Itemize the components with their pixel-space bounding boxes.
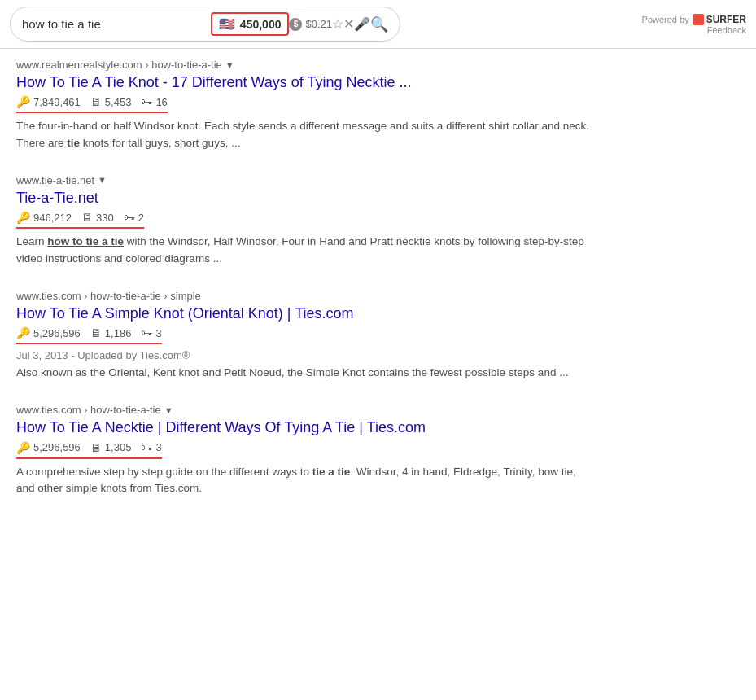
search-button-icon[interactable]: 🔍 — [370, 15, 388, 33]
metrics-row: 🔑 5,296,596 🖥 1,186 🗝 3 — [16, 326, 162, 344]
search-input[interactable] — [22, 17, 211, 31]
result-item: www.ties.com › how-to-tie-a-tie › simple… — [16, 290, 594, 382]
result-url: www.realmenrealstyle.com › how-to-tie-a-… — [16, 59, 594, 71]
volume-count-box[interactable]: 🇺🇸 450,000 — [211, 12, 290, 36]
keywords-metric: 🗝 16 — [141, 95, 167, 108]
result-title[interactable]: How To Tie A Necktie | Different Ways Of… — [16, 418, 594, 437]
cpc-value: $0.21 — [305, 18, 332, 30]
flag-icon: 🇺🇸 — [219, 16, 235, 32]
traffic-icon: 🔑 — [16, 441, 30, 454]
pages-metric: 🖥 5,453 — [90, 95, 132, 108]
keywords-icon: 🗝 — [141, 441, 152, 454]
search-bar: 🇺🇸 450,000 $ $0.21 ☆ ✕ 🎤 🔍 — [10, 7, 400, 42]
mic-icon[interactable]: 🎤 — [354, 16, 370, 32]
keywords-icon: 🗝 — [141, 95, 152, 108]
volume-count: 450,000 — [240, 18, 282, 31]
traffic-metric: 🔑 5,296,596 — [16, 441, 81, 454]
result-snippet: The four-in-hand or half Windsor knot. E… — [16, 118, 594, 151]
pages-icon: 🖥 — [90, 441, 102, 454]
result-snippet: Learn how to tie a tie with the Windsor,… — [16, 234, 594, 267]
result-title[interactable]: How To Tie A Simple Knot (Oriental Knot)… — [16, 304, 594, 323]
url-dropdown-arrow[interactable]: ▼ — [164, 405, 173, 415]
traffic-icon: 🔑 — [16, 211, 30, 224]
metrics-row: 🔑 5,296,596 🖥 1,305 🗝 3 — [16, 441, 162, 459]
keywords-icon: 🗝 — [124, 211, 135, 224]
keywords-metric: 🗝 3 — [141, 441, 161, 454]
traffic-icon: 🔑 — [16, 326, 30, 339]
result-snippet: Also known as the Oriental, Kent knot an… — [16, 365, 594, 381]
metrics-row: 🔑 946,212 🖥 330 🗝 2 — [16, 211, 144, 229]
result-url: www.ties.com › how-to-tie-a-tie › simple — [16, 290, 594, 302]
traffic-metric: 🔑 946,212 — [16, 211, 72, 224]
traffic-metric: 🔑 7,849,461 — [16, 95, 81, 108]
keywords-metric: 🗝 2 — [124, 211, 144, 224]
keywords-metric: 🗝 3 — [141, 326, 161, 339]
result-item: www.tie-a-tie.net ▼ Tie-a-Tie.net 🔑 946,… — [16, 174, 594, 267]
traffic-icon: 🔑 — [16, 95, 30, 108]
results-container: www.realmenrealstyle.com › how-to-tie-a-… — [0, 49, 610, 529]
pages-icon: 🖥 — [90, 95, 102, 108]
url-dropdown-arrow[interactable]: ▼ — [98, 175, 107, 185]
result-item: www.ties.com › how-to-tie-a-tie ▼ How To… — [16, 404, 594, 497]
pages-icon: 🖥 — [81, 211, 93, 224]
close-icon[interactable]: ✕ — [343, 16, 354, 32]
keywords-icon: 🗝 — [141, 326, 152, 339]
result-snippet: A comprehensive step by step guide on th… — [16, 464, 594, 497]
result-date: Jul 3, 2013 - Uploaded by Ties.com® — [16, 349, 594, 361]
url-dropdown-arrow[interactable]: ▼ — [225, 60, 234, 70]
powered-by-label: Powered by SURFER — [642, 14, 746, 25]
traffic-metric: 🔑 5,296,596 — [16, 326, 81, 339]
feedback-link[interactable]: Feedback — [707, 25, 746, 35]
star-icon[interactable]: ☆ — [332, 16, 343, 32]
pages-metric: 🖥 330 — [81, 211, 114, 224]
result-title[interactable]: How To Tie A Tie Knot - 17 Different Way… — [16, 73, 594, 92]
surfer-icon — [693, 14, 704, 25]
top-bar: 🇺🇸 450,000 $ $0.21 ☆ ✕ 🎤 🔍 Powered by SU… — [0, 0, 756, 49]
result-url: www.ties.com › how-to-tie-a-tie ▼ — [16, 404, 594, 416]
cpc-box: $ $0.21 — [289, 18, 332, 31]
powered-wrapper: Powered by SURFER Feedback — [642, 14, 746, 35]
pages-icon: 🖥 — [90, 326, 102, 339]
result-title[interactable]: Tie-a-Tie.net — [16, 189, 594, 208]
pages-metric: 🖥 1,186 — [90, 326, 132, 339]
result-item: www.realmenrealstyle.com › how-to-tie-a-… — [16, 59, 594, 151]
cpc-icon: $ — [289, 18, 302, 31]
pages-metric: 🖥 1,305 — [90, 441, 132, 454]
result-url: www.tie-a-tie.net ▼ — [16, 174, 594, 186]
surfer-logo: SURFER — [693, 14, 746, 25]
metrics-row: 🔑 7,849,461 🖥 5,453 🗝 16 — [16, 95, 168, 113]
